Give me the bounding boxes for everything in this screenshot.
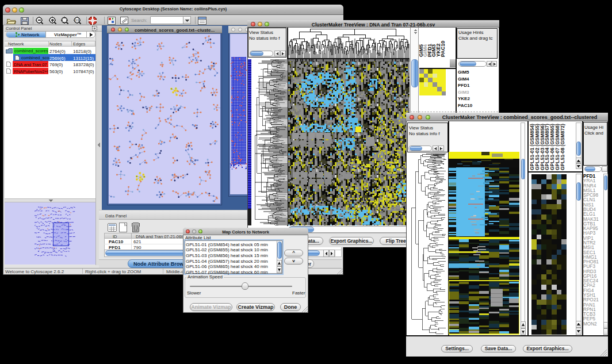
svg-text:MON2: MON2 [583,321,597,327]
svg-text:GPL51-08 (GSM872): GPL51-08 (GSM872) [560,124,565,170]
svg-text:1:1: 1:1 [75,18,79,22]
svg-text:PAC10: PAC10 [440,41,446,57]
